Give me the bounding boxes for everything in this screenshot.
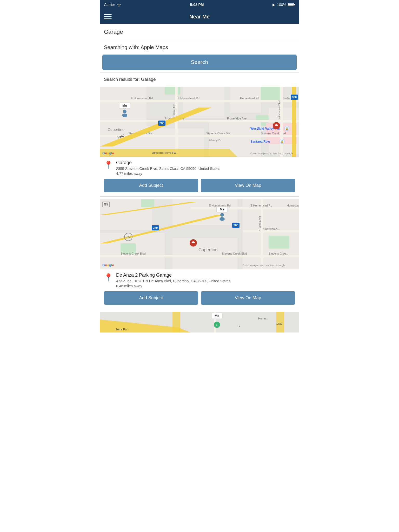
result-distance-2: 0.46 miles away [116, 284, 231, 288]
result-distance-1: 4.77 miles away [116, 171, 220, 176]
svg-rect-6 [165, 87, 180, 95]
svg-text:Stevens Creek Blvd: Stevens Creek Blvd [121, 252, 146, 255]
svg-text:N Tantau Ave: N Tantau Ave [258, 216, 261, 231]
card-info-1: 📍 Garage 2855 Stevens Creek Blvd, Santa … [100, 157, 299, 176]
svg-text:Santana Row: Santana Row [250, 140, 270, 143]
result-card: E Homestead Rd E Homestead Rd Homestead … [100, 87, 299, 197]
svg-text:Winchester Blvd: Winchester Blvd [278, 101, 281, 119]
svg-text:©2017 Google · Map data ©2017 : ©2017 Google · Map data ©2017 Google [243, 264, 285, 267]
svg-text:E Homestead Rd: E Homestead Rd [178, 97, 200, 100]
nav-bar: Near Me [100, 9, 299, 24]
svg-text:G5: G5 [104, 203, 108, 206]
svg-rect-1 [294, 4, 295, 5]
map-thumbnail-3: Serra Fw... Expy Me ● S Home... [100, 312, 299, 332]
search-button-container: Search [100, 55, 299, 72]
search-section: Garage Searching with: Apple Maps Search [100, 24, 299, 73]
result-card-2: E Homestead Rd E Homestead Rd Homestead … [100, 199, 299, 309]
svg-point-56 [122, 114, 127, 117]
battery-icon [288, 3, 295, 6]
card-actions-2: Add Subject View On Map [100, 288, 299, 305]
result-name-1: Garage [116, 160, 220, 165]
svg-rect-2 [288, 4, 294, 6]
svg-text:Pruneridge Ave: Pruneridge Ave [227, 117, 247, 120]
svg-text:85: 85 [127, 235, 130, 239]
svg-rect-63 [243, 199, 299, 269]
svg-rect-29 [175, 87, 178, 157]
partial-card-3: Serra Fw... Expy Me ● S Home... [100, 312, 299, 332]
result-name-2: De Anza 2 Parking Garage [116, 272, 231, 278]
svg-text:Me: Me [215, 314, 219, 318]
add-subject-button-2[interactable]: Add Subject [104, 291, 198, 305]
results-header: Search results for: Garage [100, 73, 299, 84]
svg-rect-21 [100, 120, 299, 122]
card-actions-1: Add Subject View On Map [100, 176, 299, 192]
map-thumbnail-1: E Homestead Rd E Homestead Rd Homestead … [100, 87, 299, 157]
status-time: 5:02 PM [190, 3, 204, 7]
menu-icon[interactable] [104, 14, 112, 19]
svg-rect-68 [191, 207, 299, 209]
svg-rect-72 [243, 230, 299, 232]
svg-text:Me: Me [220, 207, 224, 211]
svg-text:880: 880 [292, 96, 297, 99]
svg-text:Pruneridge A...: Pruneridge A... [261, 227, 280, 230]
svg-rect-16 [100, 100, 299, 102]
battery-label: 100% [277, 3, 286, 7]
svg-rect-105 [172, 312, 180, 332]
svg-text:Albany Dr: Albany Dr [209, 139, 222, 142]
svg-text:E Homestead Rd: E Homestead Rd [131, 97, 153, 100]
svg-rect-88 [261, 199, 263, 269]
wifi-icon [117, 3, 121, 6]
svg-text:Stevens Cree...: Stevens Cree... [269, 252, 288, 255]
svg-text:🔒: 🔒 [285, 127, 289, 130]
carrier-label: Carrier [104, 3, 115, 7]
svg-text:280: 280 [159, 122, 164, 125]
svg-text:Home...: Home... [258, 317, 268, 320]
svg-rect-74 [100, 255, 299, 257]
svg-text:Google: Google [102, 151, 114, 155]
svg-text:Homestead Rd: Homestead Rd [240, 97, 259, 100]
svg-rect-67 [269, 236, 289, 249]
svg-text:Homestead R...: Homestead R... [287, 204, 299, 207]
result-address-2: Apple Inc., 10201 N De Anza Blvd, Cupert… [116, 279, 231, 283]
map-provider: Searching with: Apple Maps [100, 40, 299, 55]
svg-text:Google: Google [102, 263, 114, 267]
svg-text:280: 280 [234, 224, 238, 227]
svg-text:Stevens Creek Blvd: Stevens Creek Blvd [206, 132, 231, 135]
location-pin-1: 📍 [104, 161, 113, 169]
svg-text:S: S [237, 324, 240, 328]
add-subject-button-1[interactable]: Add Subject [104, 179, 198, 192]
svg-point-98 [220, 217, 225, 221]
svg-rect-31 [280, 87, 283, 157]
page-title: Near Me [112, 14, 287, 20]
svg-text:Serra Fw...: Serra Fw... [115, 328, 129, 331]
location-icon: ▶ [272, 3, 275, 7]
view-on-map-button-1[interactable]: View On Map [201, 179, 295, 192]
svg-text:280: 280 [153, 226, 158, 229]
result-address-1: 2855 Stevens Creek Blvd, Santa Clara, CA… [116, 167, 220, 171]
status-bar: Carrier 5:02 PM ▶ 100% [100, 0, 299, 9]
view-on-map-button-2[interactable]: View On Map [201, 291, 295, 305]
svg-rect-106 [276, 312, 284, 332]
svg-text:🔒: 🔒 [281, 140, 284, 143]
svg-text:Juniperro Serra Fw...: Juniperro Serra Fw... [152, 151, 178, 154]
status-right: ▶ 100% [272, 3, 295, 7]
search-query: Garage [100, 24, 299, 40]
svg-point-97 [220, 213, 224, 217]
status-left: Carrier [104, 3, 121, 7]
map-thumbnail-2: E Homestead Rd E Homestead Rd Homestead … [100, 199, 299, 269]
svg-text:©2017 Google · Map data ©2017 : ©2017 Google · Map data ©2017 Google [250, 152, 293, 155]
svg-rect-66 [141, 199, 154, 207]
svg-text:●: ● [216, 323, 218, 326]
svg-text:Me: Me [122, 104, 127, 108]
svg-text:Cupertino: Cupertino [108, 127, 124, 132]
svg-text:Stevens Creek Blvd: Stevens Creek Blvd [222, 252, 247, 255]
location-pin-2: 📍 [104, 273, 113, 282]
card-info-2: 📍 De Anza 2 Parking Garage Apple Inc., 1… [100, 269, 299, 288]
search-button[interactable]: Search [102, 55, 297, 70]
svg-text:Expy: Expy [276, 322, 282, 325]
svg-point-55 [123, 110, 127, 113]
svg-text:Cupertino: Cupertino [198, 247, 218, 252]
